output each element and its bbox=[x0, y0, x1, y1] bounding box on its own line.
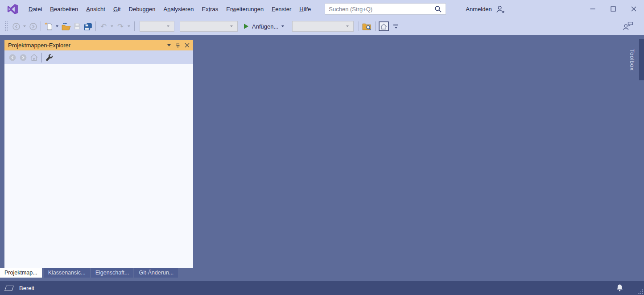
save-all-button[interactable] bbox=[83, 21, 93, 32]
separator bbox=[95, 21, 96, 31]
close-button[interactable] bbox=[623, 0, 644, 18]
tool-window-tab-strip: Projektmap... Klassenansic... Eigenschaf… bbox=[0, 268, 179, 278]
separator bbox=[134, 21, 135, 31]
menu-debuggen[interactable]: Debuggen bbox=[125, 0, 160, 18]
menu-bearbeiten[interactable]: Bearbeiten bbox=[46, 0, 82, 18]
startup-item-dropdown[interactable] bbox=[292, 21, 354, 32]
undo-dropdown-caret[interactable] bbox=[111, 25, 113, 27]
toolbox-tab-label: Toolbox bbox=[625, 39, 639, 80]
toolbar-options-button[interactable] bbox=[393, 25, 398, 29]
chevron-down-icon bbox=[167, 44, 171, 46]
home-square-icon bbox=[379, 21, 389, 31]
document-well: Projektmappen-Explorer bbox=[0, 35, 644, 281]
new-project-button[interactable] bbox=[43, 21, 54, 32]
toolbox-tab-indicator bbox=[639, 39, 644, 80]
attach-dropdown-caret[interactable] bbox=[281, 25, 284, 27]
menu-git[interactable]: Git bbox=[109, 0, 125, 18]
maximize-button[interactable] bbox=[603, 0, 623, 18]
undo-button[interactable]: ↶ bbox=[98, 21, 109, 32]
panel-back-button[interactable] bbox=[7, 52, 18, 63]
toolbar-drag-grip[interactable] bbox=[4, 21, 8, 32]
play-icon bbox=[244, 24, 248, 29]
pin-icon bbox=[175, 42, 181, 49]
menu-ansicht[interactable]: Ansicht bbox=[82, 0, 109, 18]
panel-title: Projektmappen-Explorer bbox=[8, 42, 165, 49]
quick-search-box[interactable] bbox=[325, 3, 446, 15]
separator bbox=[375, 21, 376, 31]
save-icon bbox=[73, 22, 81, 30]
save-button[interactable] bbox=[72, 21, 83, 32]
tab-git-aenderungen[interactable]: Git-Änderun... bbox=[134, 268, 178, 278]
new-project-icon bbox=[44, 22, 53, 31]
notifications-button[interactable] bbox=[616, 284, 623, 293]
menu-datei[interactable]: Datei bbox=[25, 0, 46, 18]
menu-erweiterungen[interactable]: Erweiterungen bbox=[222, 0, 268, 18]
separator bbox=[359, 21, 359, 31]
separator bbox=[41, 53, 42, 62]
search-icon[interactable] bbox=[434, 5, 442, 13]
menu-hilfe[interactable]: Hilfe bbox=[295, 0, 315, 18]
status-bar: Bereit bbox=[0, 281, 644, 295]
save-all-icon bbox=[83, 22, 92, 31]
back-dropdown-caret[interactable] bbox=[23, 25, 26, 27]
standard-toolbar: ↶ ↷ Anfügen... bbox=[0, 18, 644, 35]
sign-in-button[interactable]: Anmelden bbox=[466, 5, 505, 13]
pin-button[interactable] bbox=[173, 41, 182, 50]
background-tasks-icon[interactable] bbox=[4, 286, 14, 291]
home-icon bbox=[30, 54, 38, 61]
separator bbox=[41, 21, 41, 31]
window-position-button[interactable] bbox=[165, 41, 173, 50]
tab-klassenansicht[interactable]: Klassenansic... bbox=[44, 268, 90, 278]
menu-bar: Datei Bearbeiten Ansicht Git Debuggen An… bbox=[25, 0, 315, 18]
window-controls bbox=[582, 0, 644, 18]
close-icon bbox=[185, 43, 190, 48]
solution-explorer-toolbar bbox=[4, 50, 193, 64]
search-input[interactable] bbox=[329, 6, 434, 12]
overflow-bar-icon bbox=[393, 25, 398, 25]
configuration-dropdown[interactable] bbox=[140, 21, 174, 32]
menu-extras[interactable]: Extras bbox=[198, 0, 222, 18]
solution-explorer-panel: Projektmappen-Explorer bbox=[4, 40, 193, 268]
forward-circle-icon bbox=[29, 22, 37, 31]
minimize-button[interactable] bbox=[582, 0, 603, 18]
attach-label: Anfügen... bbox=[252, 23, 278, 30]
redo-dropdown-caret[interactable] bbox=[128, 25, 130, 27]
panel-forward-button[interactable] bbox=[18, 52, 29, 63]
back-circle-icon bbox=[8, 54, 17, 62]
menu-analysieren[interactable]: Analysieren bbox=[160, 0, 198, 18]
platform-dropdown[interactable] bbox=[180, 21, 238, 32]
wrench-icon bbox=[45, 54, 54, 62]
attach-debugger-button[interactable]: Anfügen... bbox=[244, 23, 286, 30]
new-project-dropdown-caret[interactable] bbox=[56, 25, 58, 27]
title-bar: Datei Bearbeiten Ansicht Git Debuggen An… bbox=[0, 0, 644, 18]
find-in-files-icon bbox=[362, 22, 372, 30]
solution-explorer-content[interactable] bbox=[4, 64, 193, 268]
panel-home-button[interactable] bbox=[29, 52, 39, 63]
person-add-icon bbox=[496, 5, 505, 13]
find-in-files-button[interactable] bbox=[361, 21, 373, 32]
resize-grip[interactable] bbox=[637, 288, 644, 295]
tab-eigenschaften[interactable]: Eigenschaft... bbox=[91, 268, 134, 278]
maximize-icon bbox=[611, 7, 615, 11]
open-file-button[interactable] bbox=[60, 21, 72, 32]
navigate-back-button[interactable] bbox=[11, 21, 21, 32]
toolbox-autohide-tab[interactable]: Toolbox bbox=[625, 39, 644, 80]
browser-home-button[interactable] bbox=[378, 21, 390, 32]
feedback-icon bbox=[623, 21, 633, 30]
solution-explorer-title-bar[interactable]: Projektmappen-Explorer bbox=[4, 40, 193, 50]
close-panel-button[interactable] bbox=[182, 41, 191, 50]
send-feedback-button[interactable] bbox=[623, 21, 633, 32]
back-circle-icon bbox=[12, 22, 21, 31]
open-folder-icon bbox=[61, 22, 71, 30]
redo-button[interactable]: ↷ bbox=[115, 21, 126, 32]
tab-projektmappen-explorer[interactable]: Projektmap... bbox=[0, 268, 42, 278]
sign-in-label: Anmelden bbox=[466, 6, 492, 12]
close-icon bbox=[631, 6, 636, 12]
redo-icon: ↷ bbox=[117, 23, 124, 30]
menu-fenster[interactable]: Fenster bbox=[268, 0, 295, 18]
navigate-forward-button[interactable] bbox=[28, 21, 38, 32]
bell-icon bbox=[616, 284, 623, 292]
undo-icon: ↶ bbox=[100, 23, 107, 30]
panel-properties-button[interactable] bbox=[44, 52, 55, 63]
chevron-down-icon bbox=[346, 25, 349, 27]
